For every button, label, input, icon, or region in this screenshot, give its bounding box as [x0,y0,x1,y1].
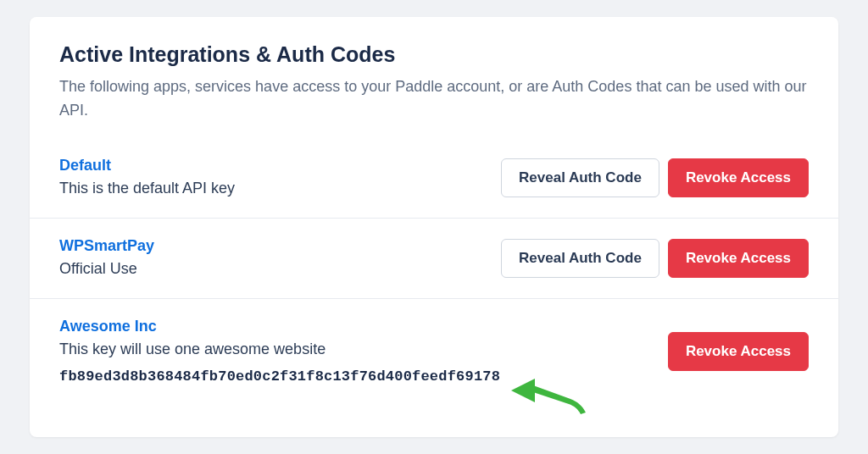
integration-description: This key will use one awesome website [59,339,668,360]
reveal-auth-code-button[interactable]: Reveal Auth Code [501,158,659,197]
integration-description: Official Use [59,258,501,280]
integration-row: Default This is the default API key Reve… [30,138,838,218]
integration-name-link[interactable]: Awesome Inc [59,318,668,335]
integration-row: WPSmartPay Official Use Reveal Auth Code… [30,218,838,298]
integration-info: Awesome Inc This key will use one awesom… [59,318,668,385]
integration-name-link[interactable]: WPSmartPay [59,237,501,255]
auth-code-value: fb89ed3d8b368484fb70ed0c2f31f8c13f76d400… [59,368,668,385]
reveal-auth-code-button[interactable]: Reveal Auth Code [501,239,659,278]
integration-description: This is the default API key [59,178,501,199]
integration-info: Default This is the default API key [59,157,501,199]
integration-actions: Reveal Auth Code Revoke Access [501,239,809,278]
section-title: Active Integrations & Auth Codes [59,42,809,67]
panel-header: Active Integrations & Auth Codes The fol… [30,42,838,138]
integration-name-link[interactable]: Default [59,157,501,174]
integration-actions: Reveal Auth Code Revoke Access [501,158,809,197]
revoke-access-button[interactable]: Revoke Access [668,158,809,197]
section-description: The following apps, services have access… [59,75,809,123]
revoke-access-button[interactable]: Revoke Access [668,332,809,371]
integration-info: WPSmartPay Official Use [59,237,501,280]
integration-actions: Revoke Access [668,332,809,371]
integration-row: Awesome Inc This key will use one awesom… [30,298,838,403]
integrations-panel: Active Integrations & Auth Codes The fol… [30,17,838,437]
revoke-access-button[interactable]: Revoke Access [668,239,809,278]
